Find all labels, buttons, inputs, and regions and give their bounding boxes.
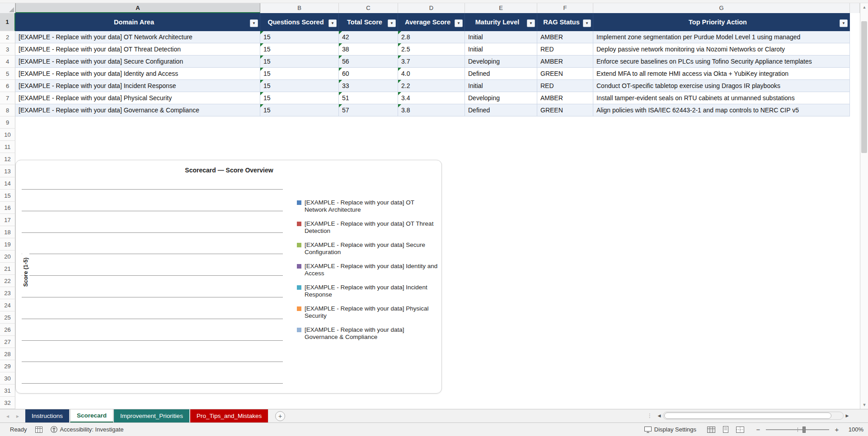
table-cell-action[interactable]: Align policies with ISA/IEC 62443-2-1 an… [593, 104, 850, 116]
table-header-cell[interactable]: Domain Area▼ [15, 13, 260, 31]
table-cell-domain[interactable]: [EXAMPLE - Replace with your data] Secur… [15, 56, 260, 68]
table-cell-total[interactable]: 33 [339, 80, 398, 92]
table-cell-questions[interactable]: 15 [260, 92, 339, 104]
new-sheet-button[interactable]: + [275, 411, 285, 421]
filter-dropdown-button[interactable]: ▼ [388, 19, 396, 27]
scroll-left-icon[interactable]: ◀ [656, 412, 663, 420]
table-cell-total[interactable]: 42 [339, 31, 398, 43]
table-header-cell[interactable]: Questions Scored▼ [260, 13, 339, 31]
table-header-cell[interactable]: Total Score▼ [339, 13, 398, 31]
row-header-3[interactable]: 3 [0, 43, 15, 56]
table-cell-domain[interactable]: [EXAMPLE - Replace with your data] OT Th… [15, 43, 260, 56]
row-header-28[interactable]: 28 [0, 348, 15, 360]
table-cell-questions[interactable]: 15 [260, 80, 339, 92]
zoom-percentage[interactable]: 100% [845, 426, 863, 433]
horizontal-scroll-thumb[interactable] [664, 413, 831, 419]
table-cell-rag[interactable]: RED [537, 80, 593, 92]
table-cell-maturity[interactable]: Defined [465, 104, 537, 116]
row-header-18[interactable]: 18 [0, 226, 15, 238]
filter-dropdown-button[interactable]: ▼ [840, 19, 848, 27]
table-cell-average[interactable]: 3.7 [398, 56, 465, 68]
sheet-tab-pro_tips_and_mistakes[interactable]: Pro_Tips_and_Mistakes [190, 409, 268, 422]
legend-item[interactable]: [EXAMPLE - Replace with your data] OT Th… [297, 220, 438, 237]
macro-record-button[interactable] [35, 427, 42, 433]
table-cell-total[interactable]: 56 [339, 56, 398, 68]
display-settings-button[interactable]: Display Settings [644, 426, 696, 433]
row-header-8[interactable]: 8 [0, 104, 15, 116]
row-header-21[interactable]: 21 [0, 263, 15, 275]
table-cell-questions[interactable]: 15 [260, 43, 339, 56]
row-header-12[interactable]: 12 [0, 153, 15, 165]
table-cell-action[interactable]: Deploy passive network monitoring via No… [593, 43, 850, 56]
zoom-in-button[interactable]: + [834, 426, 840, 433]
table-cell-action[interactable]: Implement zone segmentation per Purdue M… [593, 31, 850, 43]
sheet-tab-improvement_priorities[interactable]: Improvement_Priorities [114, 409, 190, 422]
select-all-button[interactable] [0, 3, 15, 13]
table-header-cell[interactable]: Top Priority Action▼ [593, 13, 850, 31]
table-cell-rag[interactable]: AMBER [537, 92, 593, 104]
row-header-9[interactable]: 9 [0, 116, 15, 129]
row-header-17[interactable]: 17 [0, 214, 15, 226]
table-cell-rag[interactable]: RED [537, 43, 593, 56]
zoom-slider[interactable] [766, 429, 829, 430]
row-header-20[interactable]: 20 [0, 250, 15, 263]
tab-nav-right-icon[interactable]: ▸ [16, 413, 19, 419]
column-header-B[interactable]: B [260, 3, 339, 13]
row-header-30[interactable]: 30 [0, 372, 15, 385]
column-header-G[interactable]: G [593, 3, 850, 13]
table-cell-average[interactable]: 4.0 [398, 68, 465, 80]
table-cell-rag[interactable]: AMBER [537, 56, 593, 68]
filter-dropdown-button[interactable]: ▼ [583, 19, 591, 27]
tab-nav-left-icon[interactable]: ◂ [6, 413, 9, 419]
row-header-31[interactable]: 31 [0, 385, 15, 397]
table-header-cell[interactable]: Average Score▼ [398, 13, 465, 31]
column-header-F[interactable]: F [537, 3, 593, 13]
row-header-19[interactable]: 19 [0, 238, 15, 250]
filter-dropdown-button[interactable]: ▼ [328, 19, 337, 27]
legend-item[interactable]: [EXAMPLE - Replace with your data] Ident… [297, 263, 438, 279]
row-header-25[interactable]: 25 [0, 311, 15, 324]
column-header-partial[interactable] [850, 3, 860, 13]
sheet-tab-scorecard[interactable]: Scorecard [70, 409, 113, 422]
column-header-A[interactable]: A [15, 3, 260, 13]
table-cell-maturity[interactable]: Developing [465, 92, 537, 104]
table-cell-action[interactable]: Install tamper-evident seals on RTU cabi… [593, 92, 850, 104]
row-header-6[interactable]: 6 [0, 80, 15, 92]
table-cell-questions[interactable]: 15 [260, 68, 339, 80]
legend-item[interactable]: [EXAMPLE - Replace with your data] Gover… [297, 326, 438, 343]
row-header-32[interactable]: 32 [0, 397, 15, 409]
row-header-16[interactable]: 16 [0, 202, 15, 214]
horizontal-scrollbar[interactable]: ⋮ ◀ ▶ [647, 409, 860, 422]
table-cell-action[interactable]: Extend MFA to all remote HMI access via … [593, 68, 850, 80]
page-layout-view-button[interactable] [721, 426, 731, 434]
table-cell-action[interactable]: Enforce secure baselines on PLCs using T… [593, 56, 850, 68]
table-header-cell[interactable]: Maturity Level▼ [465, 13, 537, 31]
table-cell-average[interactable]: 2.8 [398, 31, 465, 43]
row-header-1[interactable]: 1 [0, 13, 15, 31]
table-cell-average[interactable]: 3.4 [398, 92, 465, 104]
scroll-up-icon[interactable]: ▲ [860, 3, 868, 11]
row-header-14[interactable]: 14 [0, 177, 15, 190]
table-cell-maturity[interactable]: Defined [465, 68, 537, 80]
filter-dropdown-button[interactable]: ▼ [455, 19, 463, 27]
zoom-slider-thumb[interactable] [802, 427, 806, 433]
row-header-11[interactable]: 11 [0, 141, 15, 153]
table-cell-domain[interactable]: [EXAMPLE - Replace with your data] Gover… [15, 104, 260, 116]
filter-dropdown-button[interactable]: ▼ [250, 19, 258, 27]
scroll-right-icon[interactable]: ▶ [844, 412, 851, 420]
table-header-cell[interactable]: RAG Status▼ [537, 13, 593, 31]
column-header-C[interactable]: C [339, 3, 398, 13]
row-header-7[interactable]: 7 [0, 92, 15, 104]
table-cell-action[interactable]: Conduct OT-specific tabletop exercise us… [593, 80, 850, 92]
table-cell-average[interactable]: 2.2 [398, 80, 465, 92]
page-break-preview-button[interactable] [735, 426, 745, 434]
column-header-E[interactable]: E [465, 3, 537, 13]
row-header-15[interactable]: 15 [0, 190, 15, 202]
sheet-tab-instructions[interactable]: Instructions [25, 409, 70, 422]
row-header-22[interactable]: 22 [0, 275, 15, 287]
table-cell-rag[interactable]: GREEN [537, 68, 593, 80]
table-cell-maturity[interactable]: Initial [465, 43, 537, 56]
row-header-24[interactable]: 24 [0, 299, 15, 311]
table-cell-domain[interactable]: [EXAMPLE - Replace with your data] Ident… [15, 68, 260, 80]
table-cell-average[interactable]: 2.5 [398, 43, 465, 56]
